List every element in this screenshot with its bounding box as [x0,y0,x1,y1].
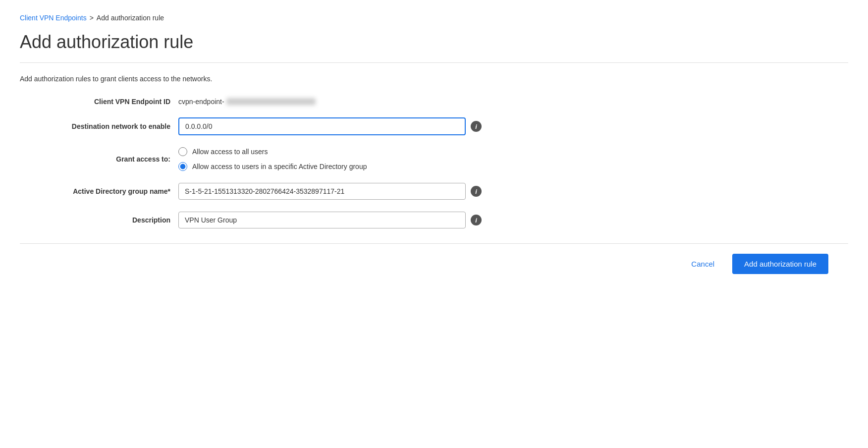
radio-all-users-option[interactable]: Allow access to all users [178,147,367,156]
active-directory-label: Active Directory group name* [30,187,178,195]
radio-specific-group-option[interactable]: Allow access to users in a specific Acti… [178,162,367,171]
grant-access-radio-group: Allow access to all users Allow access t… [178,147,367,171]
destination-network-input-group: i [178,117,482,135]
form-container: Client VPN Endpoint ID cvpn-endpoint- De… [20,98,848,228]
breadcrumb-current: Add authorization rule [97,14,164,22]
page-description: Add authorization rules to grant clients… [20,75,848,83]
active-directory-input-group: i [178,183,482,200]
radio-specific-group-input[interactable] [178,162,187,171]
radio-all-users-input[interactable] [178,147,187,156]
page-wrapper: Client VPN Endpoints > Add authorization… [0,0,868,284]
endpoint-id-row: Client VPN Endpoint ID cvpn-endpoint- [30,98,848,106]
description-label: Description [30,216,178,224]
destination-network-info-icon[interactable]: i [471,121,482,132]
footer-actions: Cancel Add authorization rule [20,244,848,284]
grant-access-label: Grant access to: [30,155,178,163]
endpoint-id-value: cvpn-endpoint- [178,98,316,106]
active-directory-input[interactable] [178,183,466,200]
active-directory-row: Active Directory group name* i [30,183,848,200]
radio-all-users-label: Allow access to all users [192,148,268,156]
description-input[interactable] [178,212,466,228]
destination-network-input[interactable] [178,117,466,135]
page-title: Add authorization rule [20,32,848,53]
cancel-button[interactable]: Cancel [683,256,722,272]
grant-access-row: Grant access to: Allow access to all use… [30,147,848,171]
destination-network-row: Destination network to enable i [30,117,848,135]
endpoint-id-blurred [226,98,316,105]
description-input-group: i [178,212,482,228]
endpoint-id-label: Client VPN Endpoint ID [30,98,178,106]
breadcrumb-separator: > [90,14,94,22]
endpoint-id-text: cvpn-endpoint- [178,98,224,106]
breadcrumb-link[interactable]: Client VPN Endpoints [20,14,87,22]
breadcrumb: Client VPN Endpoints > Add authorization… [20,14,848,22]
description-info-icon[interactable]: i [471,215,482,225]
description-row: Description i [30,212,848,228]
add-authorization-rule-button[interactable]: Add authorization rule [732,254,828,274]
radio-specific-group-label: Allow access to users in a specific Acti… [192,163,367,170]
destination-network-label: Destination network to enable [30,122,178,130]
active-directory-info-icon[interactable]: i [471,186,482,197]
title-divider [20,62,848,63]
